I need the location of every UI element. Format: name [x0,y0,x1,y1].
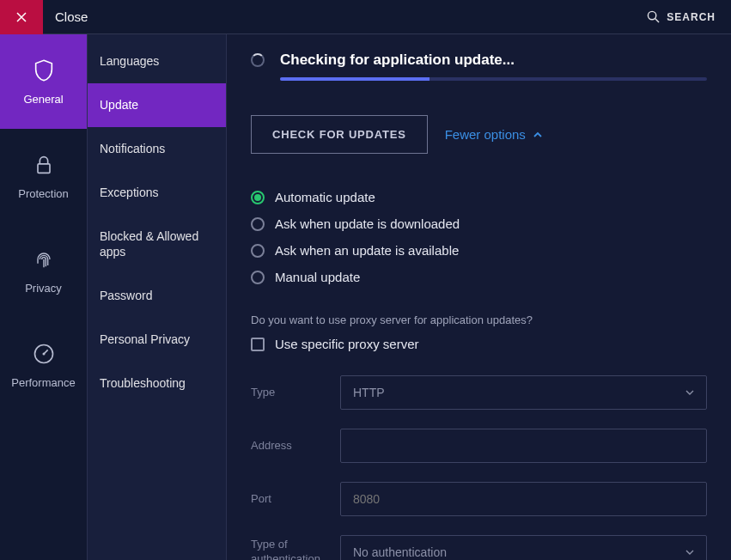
proxy-address-label: Address [251,439,340,453]
proxy-question-text: Do you want to use proxy server for appl… [251,313,707,326]
radio-indicator [251,271,265,284]
svg-point-0 [649,11,656,19]
proxy-type-label: Type [251,386,340,400]
chevron-down-icon [685,548,694,557]
fewer-options-label: Fewer options [445,127,526,142]
primary-nav: General Protection Privacy Performance [0,34,88,560]
lock-icon [32,153,56,177]
proxy-auth-label: Type of authentication [251,538,340,560]
radio-indicator [251,217,265,231]
radio-manual-update[interactable]: Manual update [251,270,707,284]
radio-label: Manual update [275,270,360,284]
check-for-updates-button[interactable]: CHECK FOR UPDATES [251,115,428,154]
update-status-text: Checking for application update... [280,52,515,69]
nav-label: Performance [11,376,75,389]
radio-indicator [251,244,265,258]
proxy-port-label: Port [251,492,340,507]
update-mode-radio-group: Automatic update Ask when update is down… [251,190,707,284]
loading-spinner-icon [251,53,265,67]
proxy-port-input[interactable] [340,482,707,516]
svg-rect-1 [38,163,50,173]
shield-icon [32,58,56,82]
radio-label: Ask when an update is available [275,243,459,258]
gauge-icon [32,342,56,366]
subnav-item-exceptions[interactable]: Exceptions [88,171,226,215]
subnav-item-personal-privacy[interactable]: Personal Privacy [88,318,226,362]
nav-label: Privacy [25,282,62,295]
secondary-nav: Languages Update Notifications Exception… [88,34,227,560]
subnav-item-notifications[interactable]: Notifications [88,127,226,171]
svg-point-3 [42,352,45,355]
search-label: SEARCH [667,11,716,23]
proxy-address-input[interactable] [340,429,707,463]
titlebar: Close SEARCH [0,0,731,34]
close-button[interactable] [0,0,43,34]
close-icon [16,12,27,22]
use-proxy-label: Use specific proxy server [275,337,419,351]
nav-label: Protection [18,187,69,200]
radio-ask-when-downloaded[interactable]: Ask when update is downloaded [251,216,707,231]
nav-label: General [23,93,63,106]
proxy-auth-select[interactable]: No authentication [340,535,707,560]
content-area: Checking for application update... CHECK… [227,34,731,560]
nav-item-general[interactable]: General [0,34,87,129]
nav-item-performance[interactable]: Performance [0,318,87,412]
radio-automatic-update[interactable]: Automatic update [251,190,707,204]
radio-label: Ask when update is downloaded [275,216,460,231]
subnav-item-update[interactable]: Update [88,83,226,127]
close-label: Close [55,9,88,24]
fewer-options-toggle[interactable]: Fewer options [445,127,543,142]
select-value: HTTP [353,386,385,399]
checkbox-indicator [251,338,265,351]
subnav-item-password[interactable]: Password [88,274,226,318]
radio-ask-when-available[interactable]: Ask when an update is available [251,243,707,258]
search-icon [647,10,660,23]
chevron-up-icon [533,130,543,140]
chevron-down-icon [685,388,694,397]
subnav-item-blocked-allowed-apps[interactable]: Blocked & Allowed apps [88,215,226,275]
progress-bar-fill [280,77,429,81]
fingerprint-icon [32,247,56,271]
proxy-type-select[interactable]: HTTP [340,375,707,410]
subnav-item-troubleshooting[interactable]: Troubleshooting [88,362,226,405]
nav-item-protection[interactable]: Protection [0,129,87,223]
nav-item-privacy[interactable]: Privacy [0,223,87,318]
radio-label: Automatic update [275,190,375,204]
progress-bar [280,77,707,81]
subnav-item-languages[interactable]: Languages [88,40,226,83]
radio-indicator [251,191,265,204]
select-value: No authentication [353,545,447,559]
use-proxy-checkbox-row[interactable]: Use specific proxy server [251,337,707,351]
search-button[interactable]: SEARCH [647,10,716,23]
